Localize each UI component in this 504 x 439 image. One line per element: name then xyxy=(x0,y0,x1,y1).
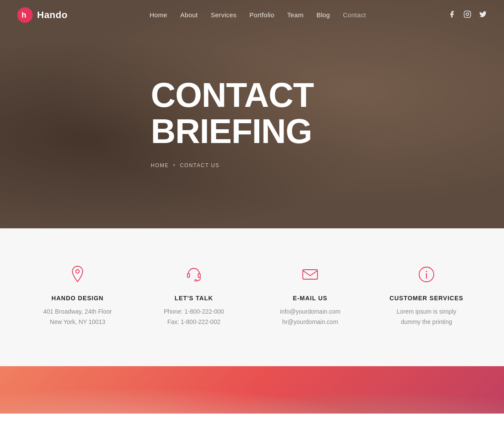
facebook-icon[interactable] xyxy=(448,10,456,20)
nav-item-home[interactable]: Home xyxy=(149,11,167,19)
svg-rect-2 xyxy=(464,11,470,18)
svg-point-8 xyxy=(195,280,196,281)
brand-logo-link[interactable]: h Hando xyxy=(17,7,68,23)
nav-link-blog[interactable]: Blog xyxy=(317,11,330,19)
hero-section: h Hando Home About Services Portfolio Te… xyxy=(0,0,504,228)
nav-item-contact[interactable]: Contact xyxy=(343,11,366,19)
info-detail-line1: 401 Broadway, 24th Floor xyxy=(43,307,112,317)
breadcrumb: HOME • CONTACT US xyxy=(151,162,220,168)
svg-point-4 xyxy=(469,12,470,13)
info-detail-line2: New York, NY 10013 xyxy=(43,317,112,327)
nav-link-services[interactable]: Services xyxy=(211,11,236,19)
nav-item-team[interactable]: Team xyxy=(287,11,304,19)
headset-icon xyxy=(182,263,205,286)
brand-logo-icon: h xyxy=(17,7,33,23)
info-grid: HANDO DESIGN 401 Broadway, 24th Floor Ne… xyxy=(26,263,478,327)
info-card-services: CUSTOMER SERVICES Lorem ipsum is simply … xyxy=(375,263,478,327)
breadcrumb-separator: • xyxy=(173,162,176,168)
nav-item-services[interactable]: Services xyxy=(211,11,236,19)
breadcrumb-current: CONTACT US xyxy=(180,162,220,168)
hero-title: CONTACT BRIEFING xyxy=(151,77,314,149)
info-detail-services2: dummy the printing xyxy=(397,317,456,327)
nav-link-team[interactable]: Team xyxy=(287,11,304,19)
breadcrumb-home[interactable]: HOME xyxy=(151,162,169,168)
info-detail-email: info@yourdomain.com hr@yourdomain.com xyxy=(280,307,340,327)
nav-links: Home About Services Portfolio Team Blog … xyxy=(149,11,366,19)
info-title-location: HANDO DESIGN xyxy=(52,295,104,302)
social-links xyxy=(448,10,487,20)
info-card-email: E-MAIL US info@yourdomain.com hr@yourdom… xyxy=(258,263,362,327)
location-icon xyxy=(66,263,89,286)
info-circle-icon xyxy=(415,263,438,286)
brand-name: Hando xyxy=(37,9,68,21)
info-card-talk: LET'S TALK Phone: 1-800-222-000 Fax: 1-8… xyxy=(142,263,246,327)
info-detail-email2: hr@yourdomain.com xyxy=(280,317,340,327)
svg-point-5 xyxy=(76,270,79,273)
nav-item-blog[interactable]: Blog xyxy=(317,11,330,19)
info-detail-fax: Fax: 1-800-222-002 xyxy=(164,317,224,327)
bottom-section xyxy=(0,366,504,414)
svg-point-3 xyxy=(466,13,469,16)
navbar: h Hando Home About Services Portfolio Te… xyxy=(0,0,504,30)
email-icon xyxy=(299,263,322,286)
bottom-people-bg xyxy=(0,366,504,414)
hero-title-line2: BRIEFING xyxy=(151,112,312,150)
svg-point-12 xyxy=(426,271,427,272)
nav-link-portfolio[interactable]: Portfolio xyxy=(249,11,274,19)
info-detail-services1: Lorem ipsum is simply xyxy=(397,307,456,317)
info-section: HANDO DESIGN 401 Broadway, 24th Floor Ne… xyxy=(0,228,504,366)
nav-link-about[interactable]: About xyxy=(180,11,198,19)
nav-item-about[interactable]: About xyxy=(180,11,198,19)
info-detail-email1: info@yourdomain.com xyxy=(280,307,340,317)
info-title-services: CUSTOMER SERVICES xyxy=(389,295,463,302)
svg-rect-6 xyxy=(187,274,190,277)
info-detail-services: Lorem ipsum is simply dummy the printing xyxy=(397,307,456,327)
hero-content: CONTACT BRIEFING HOME • CONTACT US xyxy=(0,0,504,228)
info-detail-location: 401 Broadway, 24th Floor New York, NY 10… xyxy=(43,307,112,327)
nav-link-home[interactable]: Home xyxy=(149,11,167,19)
info-detail-talk: Phone: 1-800-222-000 Fax: 1-800-222-002 xyxy=(164,307,224,327)
instagram-icon[interactable] xyxy=(464,10,471,20)
svg-rect-9 xyxy=(303,270,317,279)
info-title-email: E-MAIL US xyxy=(293,295,327,302)
twitter-icon[interactable] xyxy=(479,10,487,20)
info-title-talk: LET'S TALK xyxy=(174,295,213,302)
info-detail-phone: Phone: 1-800-222-000 xyxy=(164,307,224,317)
svg-rect-7 xyxy=(198,274,200,277)
info-card-location: HANDO DESIGN 401 Broadway, 24th Floor Ne… xyxy=(26,263,129,327)
nav-item-portfolio[interactable]: Portfolio xyxy=(249,11,274,19)
hero-title-line1: CONTACT xyxy=(151,76,314,114)
svg-text:h: h xyxy=(22,11,26,19)
nav-link-contact[interactable]: Contact xyxy=(343,11,366,19)
